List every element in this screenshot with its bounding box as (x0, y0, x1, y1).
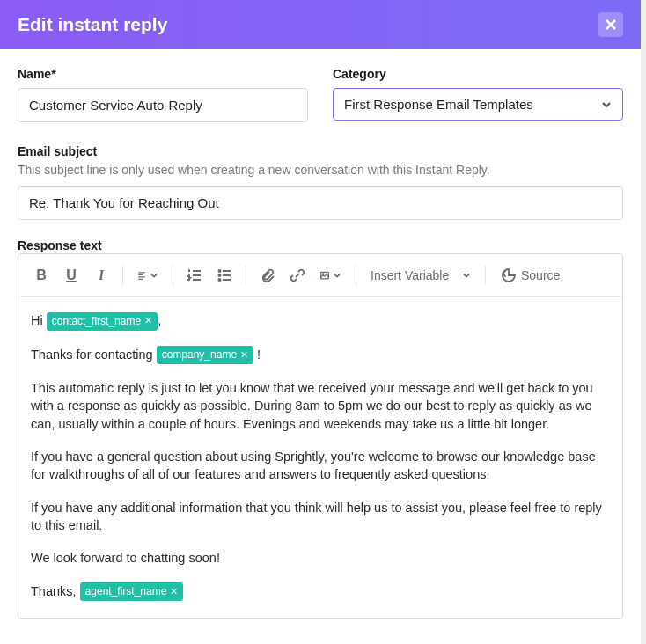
close-button[interactable] (598, 12, 623, 37)
tag-remove-icon[interactable]: ✕ (144, 314, 152, 327)
unordered-list-button[interactable] (210, 261, 239, 289)
source-label: Source (521, 268, 560, 282)
body-text: Thanks, (31, 584, 80, 598)
ordered-list-button[interactable] (180, 261, 209, 289)
modal-body: Name Category First Response Email Templ… (0, 49, 641, 644)
attachment-button[interactable] (253, 261, 282, 289)
toolbar-separator (485, 266, 486, 285)
edit-instant-reply-modal: Edit instant reply Name Category First R… (0, 0, 646, 644)
bold-button[interactable]: B (27, 261, 55, 289)
svg-point-2 (218, 279, 220, 281)
category-select[interactable]: First Response Email Templates (333, 88, 623, 121)
image-icon (320, 271, 329, 280)
image-dropdown[interactable] (313, 261, 349, 289)
editor-textarea[interactable]: Hi contact_first_name✕, Thanks for conta… (18, 297, 622, 618)
response-section: Response text B U I (18, 238, 623, 619)
source-button[interactable]: Source (493, 261, 567, 289)
paperclip-icon (261, 268, 275, 282)
body-text: Hi (31, 313, 47, 327)
modal-header: Edit instant reply (0, 0, 641, 49)
modal-title: Edit instant reply (18, 14, 167, 35)
body-text: If you have any additional information t… (31, 499, 610, 535)
toolbar-separator (356, 266, 356, 285)
subject-input[interactable] (18, 186, 623, 220)
insert-variable-dropdown[interactable]: Insert Variable (363, 261, 478, 289)
svg-point-1 (218, 274, 220, 276)
subject-label: Email subject (18, 144, 97, 158)
chevron-down-icon (462, 271, 471, 280)
chevron-down-icon (333, 271, 341, 280)
unordered-list-icon (217, 268, 231, 282)
toolbar-separator (122, 266, 123, 285)
close-icon (605, 18, 617, 31)
body-text: We look forward to chatting soon! (31, 549, 610, 567)
svg-point-0 (218, 270, 220, 272)
tag-remove-icon[interactable]: ✕ (170, 585, 178, 598)
subject-help-text: This subject line is only used when crea… (18, 163, 623, 177)
subject-section: Email subject This subject line is only … (18, 143, 623, 220)
toolbar-separator (246, 266, 246, 285)
rich-text-editor: B U I (18, 253, 623, 619)
chevron-down-icon (150, 271, 158, 280)
italic-button[interactable]: I (87, 261, 115, 289)
name-input[interactable] (18, 88, 308, 122)
body-text: If you have a general question about usi… (31, 448, 610, 484)
category-selected-value: First Response Email Templates (344, 97, 533, 112)
body-text: This automatic reply is just to let you … (31, 379, 610, 433)
category-label: Category (333, 67, 623, 81)
variable-tag-agent-first-name[interactable]: agent_first_name✕ (80, 582, 184, 601)
body-text: ! (253, 348, 261, 362)
variable-tag-company-name[interactable]: company_name✕ (157, 346, 253, 364)
tag-remove-icon[interactable]: ✕ (240, 348, 248, 362)
response-label: Response text (18, 238, 102, 252)
ordered-list-icon (187, 268, 202, 282)
variable-tag-contact-first-name[interactable]: contact_first_name✕ (47, 312, 158, 331)
align-left-icon (137, 271, 146, 280)
name-label: Name (18, 67, 308, 81)
link-button[interactable] (283, 261, 312, 289)
link-icon (290, 268, 305, 282)
editor-toolbar: B U I (18, 254, 622, 297)
chevron-down-icon (601, 99, 612, 110)
name-field: Name (18, 67, 308, 122)
insert-variable-label: Insert Variable (371, 268, 449, 282)
body-text: , (158, 313, 161, 327)
toolbar-separator (173, 266, 173, 285)
source-icon (500, 267, 516, 283)
body-text: Thanks for contacting (31, 348, 157, 362)
underline-button[interactable]: U (57, 261, 85, 289)
align-dropdown[interactable] (130, 261, 165, 289)
category-field: Category First Response Email Templates (333, 67, 623, 122)
